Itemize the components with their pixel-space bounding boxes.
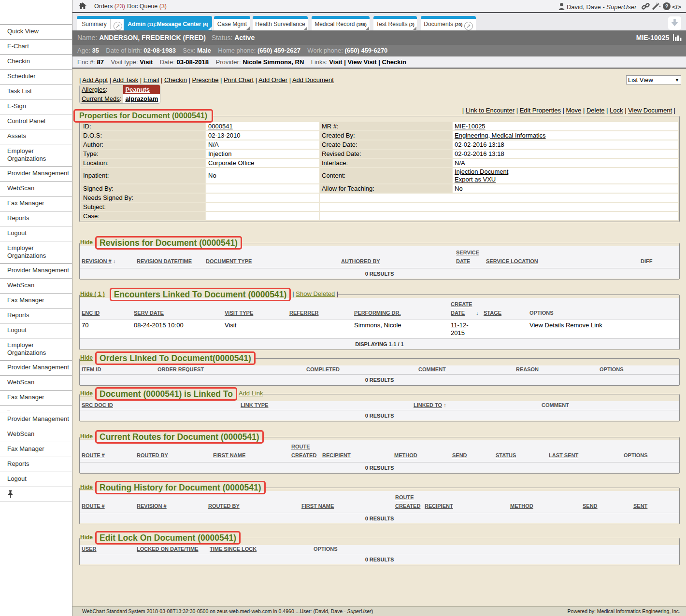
svg-text:?: ? [665, 3, 668, 9]
